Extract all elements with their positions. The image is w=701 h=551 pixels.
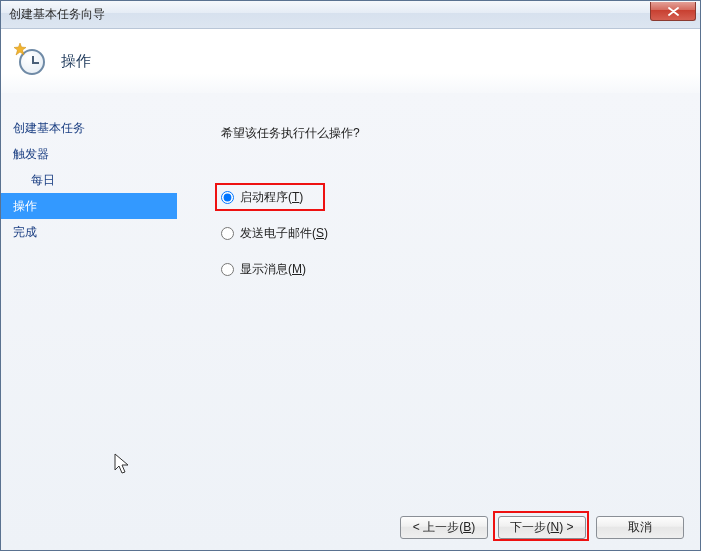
radio-start-program[interactable] (221, 191, 234, 204)
radio-send-email[interactable] (221, 227, 234, 240)
back-button[interactable]: < 上一步(B) (400, 516, 488, 539)
sidebar-item-label: 创建基本任务 (13, 121, 85, 135)
sidebar-item-create-task[interactable]: 创建基本任务 (1, 115, 177, 141)
page-title: 操作 (61, 52, 91, 71)
radio-label: 发送电子邮件(S) (240, 225, 328, 242)
wizard-window: 创建基本任务向导 操作 创建基本任务 触发器 每日 操作 完成 (0, 0, 701, 551)
sidebar-item-trigger[interactable]: 触发器 (1, 141, 177, 167)
sidebar-item-finish[interactable]: 完成 (1, 219, 177, 245)
wizard-steps-sidebar: 创建基本任务 触发器 每日 操作 完成 (1, 93, 177, 504)
wizard-header: 操作 (1, 29, 700, 93)
sidebar-item-label: 每日 (31, 173, 55, 187)
radio-label: 启动程序(T) (240, 189, 303, 206)
sidebar-item-label: 操作 (13, 199, 37, 213)
radio-show-message[interactable] (221, 263, 234, 276)
sidebar-item-action[interactable]: 操作 (1, 193, 177, 219)
radio-label: 显示消息(M) (240, 261, 306, 278)
sidebar-item-label: 触发器 (13, 147, 49, 161)
wizard-content: 希望该任务执行什么操作? 启动程序(T) 发送电子邮件(S) 显示消息(M) (177, 93, 700, 504)
main-row: 创建基本任务 触发器 每日 操作 完成 希望该任务执行什么操作? 启动程序(T)… (1, 93, 700, 504)
wizard-footer: < 上一步(B) 下一步(N) > 取消 (1, 504, 700, 550)
option-start-program[interactable]: 启动程序(T) (221, 186, 700, 208)
option-show-message[interactable]: 显示消息(M) (221, 258, 700, 280)
option-send-email[interactable]: 发送电子邮件(S) (221, 222, 700, 244)
cancel-button[interactable]: 取消 (596, 516, 684, 539)
window-title: 创建基本任务向导 (9, 6, 105, 23)
sidebar-item-label: 完成 (13, 225, 37, 239)
spark-icon (13, 43, 27, 57)
wizard-body: 创建基本任务 触发器 每日 操作 完成 希望该任务执行什么操作? 启动程序(T)… (1, 93, 700, 550)
action-prompt: 希望该任务执行什么操作? (221, 125, 700, 142)
next-button[interactable]: 下一步(N) > (498, 516, 586, 539)
titlebar: 创建基本任务向导 (1, 1, 700, 29)
close-button[interactable] (650, 2, 696, 21)
task-clock-icon (15, 45, 47, 77)
sidebar-item-daily[interactable]: 每日 (1, 167, 177, 193)
close-icon (668, 7, 679, 16)
